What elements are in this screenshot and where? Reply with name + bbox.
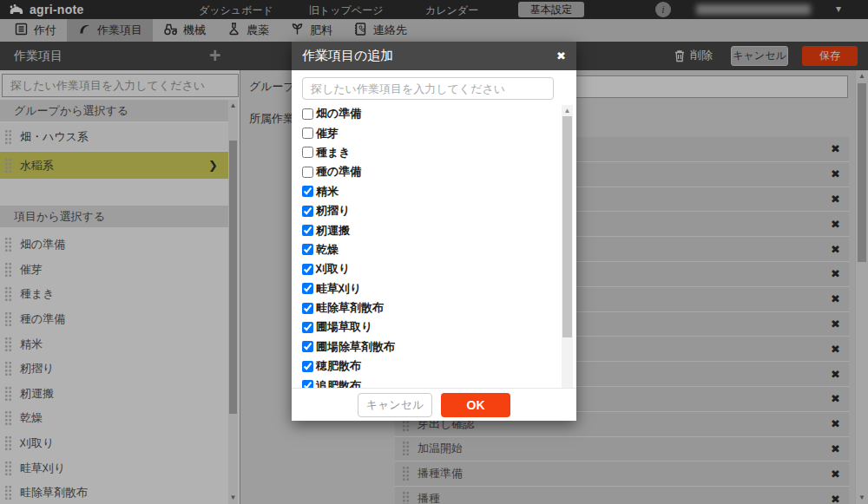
modal-checkbox-row[interactable]: 種まき: [302, 143, 566, 162]
item-checkbox[interactable]: [302, 186, 313, 197]
modal-checkbox-list: 畑の準備 催芽 種まき 種の準備 精米: [302, 104, 566, 388]
item-checkbox[interactable]: [302, 322, 313, 333]
modal-checkbox-row[interactable]: 種の準備: [302, 162, 566, 181]
item-checkbox[interactable]: [302, 206, 313, 217]
modal-checkbox-row[interactable]: 乾燥: [302, 240, 566, 259]
item-checkbox-label: 種の準備: [316, 164, 361, 180]
item-checkbox[interactable]: [302, 361, 313, 372]
add-work-item-modal: 作業項目の追加 ✖ 畑の準備 催芽 種まき: [292, 42, 576, 421]
modal-checkbox-row[interactable]: 畦草刈り: [302, 279, 566, 298]
modal-body: 畑の準備 催芽 種まき 種の準備 精米: [292, 70, 576, 388]
item-checkbox-label: 追肥散布: [316, 378, 361, 388]
modal-checkbox-row[interactable]: 精米: [302, 182, 566, 201]
modal-search-input[interactable]: [302, 77, 554, 100]
item-checkbox-label: 畑の準備: [316, 106, 361, 121]
modal-title: 作業項目の追加: [302, 48, 393, 64]
modal-checkbox-row[interactable]: 穂肥散布: [302, 357, 566, 376]
item-checkbox-label: 種まき: [316, 145, 351, 160]
item-checkbox-label: 籾摺り: [316, 203, 350, 219]
scroll-up-icon[interactable]: ▲: [562, 107, 573, 115]
item-checkbox-label: 畦草刈り: [316, 281, 361, 297]
modal-checkbox-row[interactable]: 刈取り: [302, 259, 566, 278]
modal-checkbox-row[interactable]: 圃場草取り: [302, 317, 566, 337]
item-checkbox[interactable]: [302, 108, 313, 120]
modal-checkbox-row[interactable]: 催芽: [302, 123, 566, 142]
item-checkbox-label: 催芽: [316, 126, 339, 141]
item-checkbox-label: 精米: [316, 184, 339, 200]
item-checkbox-label: 刈取り: [316, 261, 350, 277]
modal-checkbox-row[interactable]: 圃場除草剤散布: [302, 337, 566, 357]
item-checkbox[interactable]: [302, 341, 313, 352]
scrollbar-thumb[interactable]: [562, 116, 572, 337]
item-checkbox[interactable]: [302, 225, 313, 236]
item-checkbox[interactable]: [302, 380, 313, 388]
app-window: agri-note ダッシュボード 旧トップページ カレンダー 基本設定 i ▾…: [0, 0, 868, 504]
modal-footer: キャンセル OK: [292, 388, 576, 421]
item-checkbox-label: 穂肥散布: [316, 358, 361, 374]
modal-checkbox-row[interactable]: 畑の準備: [302, 104, 566, 123]
modal-ok-button[interactable]: OK: [441, 393, 510, 417]
item-checkbox-label: 籾運搬: [316, 223, 350, 239]
item-checkbox-label: 畦除草剤散布: [316, 300, 384, 316]
item-checkbox[interactable]: [302, 303, 313, 314]
item-checkbox[interactable]: [302, 244, 313, 255]
modal-header: 作業項目の追加 ✖: [292, 42, 576, 70]
item-checkbox-label: 圃場草取り: [316, 319, 372, 335]
modal-checkbox-row[interactable]: 籾摺り: [302, 201, 566, 220]
item-checkbox[interactable]: [302, 147, 313, 158]
modal-checkbox-row[interactable]: 追肥散布: [302, 376, 566, 388]
item-checkbox-label: 乾燥: [316, 242, 339, 258]
item-checkbox[interactable]: [302, 264, 313, 275]
modal-scrollbar[interactable]: ▲ ▼: [562, 105, 573, 388]
item-checkbox[interactable]: [302, 128, 313, 139]
item-checkbox[interactable]: [302, 167, 313, 178]
modal-checkbox-row[interactable]: 畦除草剤散布: [302, 298, 566, 317]
close-icon[interactable]: ✖: [556, 49, 566, 62]
modal-cancel-button[interactable]: キャンセル: [358, 393, 432, 417]
modal-checkbox-row[interactable]: 籾運搬: [302, 220, 566, 239]
item-checkbox[interactable]: [302, 283, 313, 294]
item-checkbox-label: 圃場除草剤散布: [316, 339, 395, 355]
